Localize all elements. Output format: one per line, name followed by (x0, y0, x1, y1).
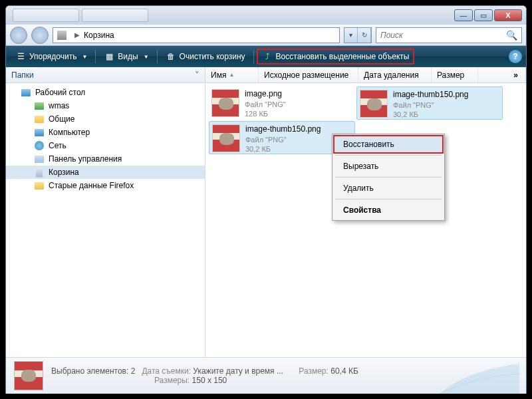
context-menu: Восстановить Вырезать Удалить Свойства (332, 134, 445, 221)
world-icon (34, 140, 45, 151)
address-location: Корзина (84, 31, 114, 40)
folder-icon (34, 180, 45, 191)
file-size: 30,2 КБ (393, 110, 468, 119)
search-icon[interactable]: 🔍 (506, 30, 517, 41)
size-value: 60,4 КБ (331, 366, 358, 376)
bin-icon (34, 167, 45, 178)
folder-icon (34, 114, 45, 124)
tree-item-label: Панель управления (49, 154, 122, 164)
file-size: 30,2 КБ (245, 144, 321, 154)
col-more[interactable]: » (506, 67, 526, 82)
tree-item-label: Корзина (49, 168, 79, 177)
decorative-swoosh (440, 364, 519, 394)
separator (253, 50, 254, 63)
minimize-button[interactable]: — (454, 9, 473, 21)
sidebar: Папки ˅ Рабочий столwmasОбщиеКомпьютерСе… (6, 67, 205, 357)
nav-back-button[interactable] (10, 27, 27, 44)
restore-selected-button[interactable]: ⤴ Восстановить выделенные объекты (257, 49, 415, 65)
file-thumbnail (211, 89, 239, 117)
file-thumbnail (360, 90, 388, 118)
organize-button[interactable]: ☰ Упорядочить ▼ (10, 49, 92, 65)
sidebar-header: Папки ˅ (6, 67, 205, 83)
ctx-delete[interactable]: Удалить (334, 180, 443, 197)
file-type: Файл "PNG" (245, 100, 286, 109)
tree-item[interactable]: Корзина (6, 166, 205, 179)
file-type: Файл "PNG" (393, 100, 468, 110)
file-name: image-thumb150.png (245, 124, 321, 135)
tree-item[interactable]: wmas (6, 99, 205, 112)
views-label: Виды (118, 52, 138, 61)
chevron-right-icon: ▶ (74, 31, 80, 39)
views-button[interactable]: ▦ Виды ▼ (98, 49, 154, 65)
ctx-properties[interactable]: Свойства (334, 201, 443, 219)
location-icon (57, 31, 66, 40)
tree-item[interactable]: Старые данные Firefox (6, 179, 205, 192)
empty-bin-label: Очистить корзину (180, 52, 245, 61)
content-pane: Имя ▲ Исходное размещение Дата удаления … (205, 67, 526, 357)
file-item[interactable]: image-thumb150.pngФайл "PNG"30,2 КБ (356, 86, 503, 120)
ctx-restore[interactable]: Восстановить (334, 136, 443, 153)
nav-forward-button[interactable] (31, 27, 49, 44)
organize-icon: ☰ (15, 51, 26, 62)
separator (157, 50, 158, 63)
close-button[interactable]: X (494, 9, 522, 21)
tree-item[interactable]: Рабочий стол (6, 86, 205, 99)
explorer-window: — ▭ X ▶ Корзина ▾ ↻ 🔍 ☰ Упорядочить ▼ ▦ (5, 5, 527, 394)
col-orig[interactable]: Исходное размещение (259, 67, 358, 82)
maximize-button[interactable]: ▭ (474, 9, 493, 21)
monitor-icon (21, 87, 31, 98)
details-pane: Выбрано элементов: 2 Дата съемки: Укажит… (6, 357, 526, 394)
title-tab[interactable] (82, 9, 148, 22)
tree-item-label: Компьютер (49, 128, 90, 137)
file-item[interactable]: image.pngФайл "PNG"128 КБ (209, 86, 355, 120)
ctx-cut[interactable]: Вырезать (334, 158, 443, 175)
folder-tree: Рабочий столwmasОбщиеКомпьютерСетьПанель… (6, 83, 205, 195)
dropdown-icon[interactable]: ▾ (344, 28, 358, 43)
file-name: image.png (245, 89, 286, 100)
toolbar: ☰ Упорядочить ▼ ▦ Виды ▼ 🗑 Очистить корз… (6, 46, 526, 67)
sort-asc-icon: ▲ (229, 72, 234, 78)
tree-item-label: Сеть (49, 141, 66, 150)
file-name: image-thumb150.png (393, 90, 468, 100)
tree-item-label: Общие (49, 114, 74, 124)
search-input[interactable] (380, 31, 506, 40)
date-label: Дата съемки: (142, 366, 191, 376)
date-value[interactable]: Укажите дату и время ... (193, 366, 283, 376)
separator (335, 177, 442, 178)
tree-item[interactable]: Компьютер (6, 126, 205, 139)
col-deleted[interactable]: Дата удаления (358, 67, 432, 82)
restore-icon: ⤴ (262, 51, 273, 62)
refresh-icon[interactable]: ↻ (358, 28, 371, 43)
col-size[interactable]: Размер (432, 67, 478, 82)
empty-bin-button[interactable]: 🗑 Очистить корзину (160, 49, 251, 65)
column-headers: Имя ▲ Исходное размещение Дата удаления … (205, 67, 526, 83)
size-label: Размер: (299, 366, 329, 376)
files-area[interactable]: image.pngФайл "PNG"128 КБimage-thumb150.… (205, 83, 526, 357)
file-info: image-thumb150.pngФайл "PNG"30,2 КБ (393, 90, 468, 116)
window-controls: — ▭ X (454, 9, 522, 21)
file-size: 128 КБ (245, 109, 286, 118)
chevron-down-icon[interactable]: ˅ (195, 70, 200, 80)
address-bar[interactable]: ▶ Корзина (53, 27, 340, 43)
tree-item[interactable]: Сеть (6, 139, 205, 152)
navbar: ▶ Корзина ▾ ↻ 🔍 (6, 25, 526, 46)
views-icon: ▦ (104, 51, 114, 62)
tree-item[interactable]: Общие (6, 112, 205, 126)
file-type: Файл "PNG" (245, 135, 321, 144)
tree-item[interactable]: Панель управления (6, 152, 205, 166)
title-tab[interactable] (13, 9, 79, 22)
tree-item-label: Рабочий стол (35, 88, 85, 97)
selected-label: Выбрано элементов: (51, 366, 128, 376)
address-dropdown-refresh[interactable]: ▾ ↻ (344, 27, 372, 43)
details-thumbnail (14, 361, 43, 390)
titlebar: — ▭ X (6, 6, 526, 25)
separator (335, 199, 442, 200)
chevron-down-icon: ▼ (144, 54, 149, 60)
monitor-icon (34, 127, 45, 138)
body-area: Папки ˅ Рабочий столwmasОбщиеКомпьютерСе… (6, 67, 526, 357)
help-button[interactable]: ? (509, 50, 522, 63)
search-bar[interactable]: 🔍 (376, 27, 522, 43)
file-thumbnail (212, 124, 240, 152)
col-name[interactable]: Имя ▲ (205, 67, 259, 82)
restore-selected-label: Восстановить выделенные объекты (276, 52, 410, 61)
